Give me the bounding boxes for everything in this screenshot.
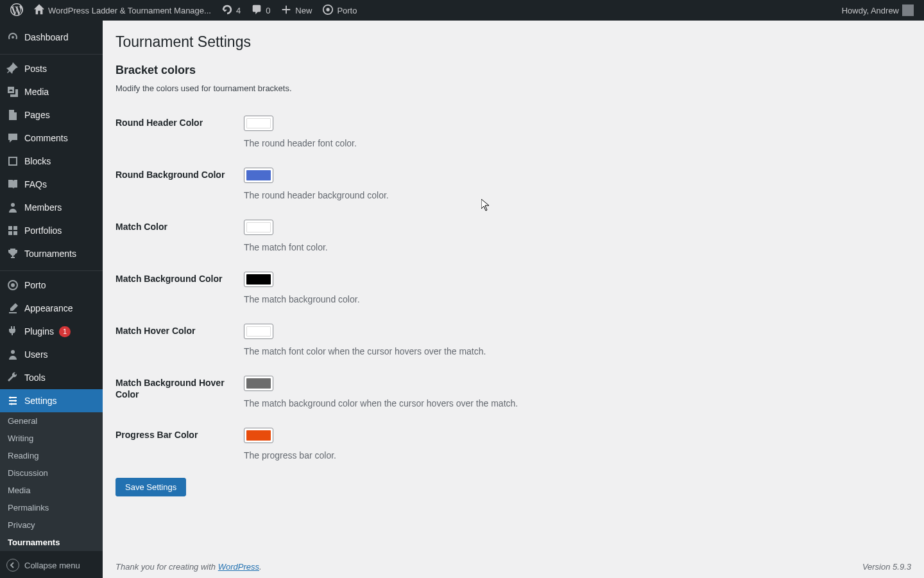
color-picker[interactable] — [244, 376, 273, 391]
submenu-privacy[interactable]: Privacy — [0, 516, 103, 534]
site-name[interactable]: WordPress Ladder & Tournament Manage... — [28, 0, 216, 21]
sidebar-item-label: Porto — [24, 280, 46, 290]
submenu-reading[interactable]: Reading — [0, 447, 103, 464]
field-label: Round Background Color — [116, 168, 244, 200]
section-description: Modify the colors used for tournament br… — [116, 83, 911, 93]
wp-logo[interactable] — [5, 0, 28, 21]
submenu-media[interactable]: Media — [0, 482, 103, 499]
field-help: The match font color when the cursor hov… — [244, 346, 911, 356]
save-button[interactable]: Save Settings — [116, 478, 186, 496]
field-label: Match Background Color — [116, 272, 244, 304]
field-row: Progress Bar Color The progress bar colo… — [116, 418, 911, 470]
sidebar-item-plugins[interactable]: Plugins 1 — [0, 320, 103, 343]
collapse-menu[interactable]: Collapse menu — [0, 552, 103, 578]
sidebar-item-label: Plugins — [24, 326, 54, 337]
field-row: Round Header Color The round header font… — [116, 106, 911, 158]
updates[interactable]: 4 — [216, 0, 246, 21]
svg-point-7 — [15, 400, 17, 402]
svg-point-5 — [11, 350, 15, 354]
wrench-icon — [6, 371, 19, 384]
color-swatch — [246, 378, 271, 389]
sidebar-item-label: Tools — [24, 372, 46, 383]
sidebar-item-faqs[interactable]: FAQs — [0, 173, 103, 196]
separator — [0, 51, 103, 55]
pin-icon — [6, 62, 19, 75]
color-swatch — [246, 170, 271, 180]
color-picker[interactable] — [244, 168, 273, 183]
sidebar-item-appearance[interactable]: Appearance — [0, 297, 103, 320]
color-picker[interactable] — [244, 220, 273, 235]
dashboard-icon — [6, 31, 19, 44]
sidebar-item-label: Dashboard — [24, 32, 69, 42]
sidebar-item-label: Members — [24, 202, 62, 213]
sidebar-item-dashboard[interactable]: Dashboard — [0, 26, 103, 49]
sidebar-item-users[interactable]: Users — [0, 343, 103, 366]
settings-submenu: General Writing Reading Discussion Media… — [0, 412, 103, 551]
sidebar-item-pages[interactable]: Pages — [0, 103, 103, 127]
brush-icon — [6, 302, 19, 315]
sidebar-item-tournaments[interactable]: Tournaments — [0, 242, 103, 265]
field-row: Match Background Hover Color The match b… — [116, 366, 911, 418]
sidebar-item-label: FAQs — [24, 179, 47, 189]
greeting: Howdy, Andrew — [842, 6, 899, 15]
submenu-discussion[interactable]: Discussion — [0, 464, 103, 482]
comments[interactable]: 0 — [246, 0, 275, 21]
page-icon — [6, 109, 19, 121]
sidebar-item-porto[interactable]: Porto — [0, 274, 103, 297]
submenu-permalinks[interactable]: Permalinks — [0, 499, 103, 516]
section-title: Bracket colors — [116, 64, 911, 77]
account[interactable]: Howdy, Andrew — [837, 0, 919, 21]
svg-point-1 — [327, 8, 330, 11]
color-swatch — [246, 222, 271, 232]
field-value: The round header background color. — [244, 168, 911, 200]
field-value: The progress bar color. — [244, 428, 911, 460]
comments-count: 0 — [266, 6, 270, 15]
field-value: The match background color. — [244, 272, 911, 304]
submenu-tournaments[interactable]: Tournaments — [0, 534, 103, 551]
sidebar-item-label: Portfolios — [24, 225, 62, 236]
plus-icon — [280, 4, 292, 17]
home-icon — [33, 4, 45, 17]
sidebar-item-portfolios[interactable]: Portfolios — [0, 219, 103, 242]
submenu-general[interactable]: General — [0, 412, 103, 430]
field-value: The match font color. — [244, 220, 911, 252]
wordpress-link[interactable]: WordPress — [218, 562, 259, 572]
sidebar-item-label: Comments — [24, 133, 68, 143]
sidebar-item-media[interactable]: Media — [0, 80, 103, 103]
field-value: The match background color when the curs… — [244, 376, 911, 408]
block-icon — [6, 155, 19, 168]
comment-icon — [251, 4, 262, 17]
sidebar-item-blocks[interactable]: Blocks — [0, 150, 103, 173]
field-row: Match Hover Color The match font color w… — [116, 314, 911, 366]
color-picker[interactable] — [244, 324, 273, 339]
sidebar-item-label: Pages — [24, 110, 50, 120]
field-row: Match Color The match font color. — [116, 210, 911, 262]
porto-label: Porto — [337, 6, 357, 15]
color-swatch — [246, 326, 271, 337]
sidebar-item-label: Settings — [24, 396, 57, 406]
sidebar-item-tools[interactable]: Tools — [0, 366, 103, 389]
book-icon — [6, 178, 19, 191]
sidebar-item-label: Tournaments — [24, 249, 76, 259]
submenu-writing[interactable]: Writing — [0, 430, 103, 447]
field-help: The match font color. — [244, 242, 911, 252]
settings-form: Round Header Color The round header font… — [116, 106, 911, 470]
sidebar-item-comments[interactable]: Comments — [0, 127, 103, 150]
field-value: The match font color when the cursor hov… — [244, 324, 911, 356]
porto-menu[interactable]: Porto — [317, 0, 362, 21]
color-picker[interactable] — [244, 428, 273, 443]
admin-bar: WordPress Ladder & Tournament Manage... … — [0, 0, 924, 21]
sidebar-item-members[interactable]: Members — [0, 196, 103, 219]
wordpress-icon — [10, 3, 23, 18]
new-content[interactable]: New — [275, 0, 317, 21]
svg-point-4 — [11, 283, 15, 287]
sidebar-item-settings[interactable]: Settings — [0, 389, 103, 412]
field-label: Progress Bar Color — [116, 428, 244, 460]
color-picker[interactable] — [244, 116, 273, 131]
sidebar-item-posts[interactable]: Posts — [0, 57, 103, 80]
porto-icon — [322, 4, 334, 17]
color-picker[interactable] — [244, 272, 273, 287]
field-row: Round Background Color The round header … — [116, 158, 911, 210]
comment-icon — [6, 132, 19, 144]
svg-point-8 — [11, 403, 13, 405]
